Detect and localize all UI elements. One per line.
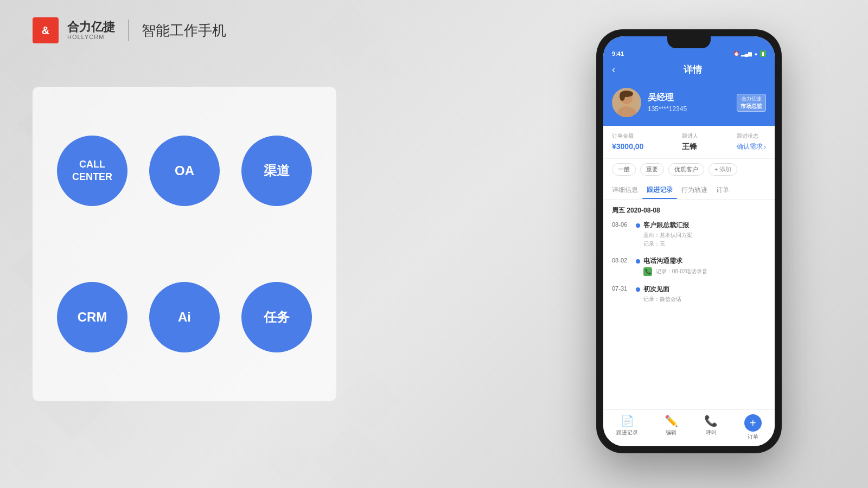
- bottom-nav-order[interactable]: + 订单: [744, 414, 762, 441]
- app-call-center[interactable]: CALLCENTER: [57, 136, 127, 206]
- status-label: 跟进状态: [737, 132, 766, 140]
- edit-label: 编辑: [666, 429, 676, 436]
- signal-icon: ▂▄▆: [741, 51, 752, 56]
- logo-symbol: &: [42, 24, 49, 37]
- logo-text: 合力亿捷 HOLLYCRM: [67, 21, 115, 40]
- profile-info: 吴经理 135****12345: [648, 92, 730, 113]
- header-divider: [128, 20, 129, 41]
- timeline-item-2: 08-02 电话沟通需求 📞 记录：08-02电话录音: [612, 256, 766, 276]
- timeline-content-1: 客户跟总裁汇报 意向：基本认同方案 记录：无: [636, 221, 766, 248]
- timeline-title-3: 初次见面: [643, 285, 669, 294]
- screen-content: 9:41 ⏰ ▂▄▆ ▲ ▮ ‹ 详情: [603, 36, 775, 446]
- battery-icon: ▮: [760, 50, 766, 57]
- phone-screen: 9:41 ⏰ ▂▄▆ ▲ ▮ ‹ 详情: [603, 36, 775, 446]
- timeline-item-3: 07-31 初次见面 记录：微信会话: [612, 285, 766, 303]
- app-oa-label: OA: [175, 162, 194, 179]
- badge-company: 合力亿捷: [741, 95, 762, 102]
- tags-row: 一般 重要 优质客户 + 添加: [603, 158, 775, 180]
- tab-order[interactable]: 订单: [712, 180, 733, 199]
- app-task-label: 任务: [264, 309, 290, 325]
- timeline-sub-2: 📞 记录：08-02电话录音: [643, 267, 766, 276]
- track-icon: 📄: [621, 414, 634, 427]
- bottom-nav-edit[interactable]: ✏️ 编辑: [665, 414, 678, 441]
- wifi-icon: ▲: [754, 51, 758, 56]
- chevron-right-icon: ›: [764, 143, 766, 151]
- timeline-sub-1b: 记录：无: [643, 240, 766, 248]
- call-label: 呼叫: [706, 429, 717, 436]
- back-button[interactable]: ‹: [612, 64, 615, 75]
- logo-icon: &: [33, 17, 59, 43]
- avatar: [612, 88, 641, 117]
- amount-label: 订单金额: [612, 132, 643, 140]
- timeline-dot-1: [636, 223, 640, 228]
- timeline: 周五 2020-08-08 08-06 客户跟总裁汇报 意向：基本认同方案 记录…: [603, 200, 775, 409]
- status-item: 跟进状态 确认需求 ›: [737, 132, 766, 152]
- app-task[interactable]: 任务: [241, 282, 312, 352]
- app-oa[interactable]: OA: [149, 136, 220, 206]
- app-call-center-label: CALLCENTER: [72, 158, 112, 184]
- timeline-date-3: 07-31: [612, 285, 630, 303]
- phone-outer: 9:41 ⏰ ▂▄▆ ▲ ▮ ‹ 详情: [597, 30, 781, 453]
- tag-general[interactable]: 一般: [612, 163, 636, 176]
- follower-value: 王锋: [682, 142, 698, 152]
- app-header: ‹ 详情: [603, 59, 775, 82]
- bottom-nav: 📄 跟进记录 ✏️ 编辑 📞 呼叫 + 订单: [603, 409, 775, 446]
- order-label: 订单: [748, 433, 758, 441]
- info-card: 订单金额 ¥3000,00 跟进人 王锋 跟进状态 确认需求 ›: [603, 126, 775, 158]
- nav-tabs: 详细信息 跟进记录 行为轨迹 订单: [603, 180, 775, 200]
- logo-cn: 合力亿捷: [67, 21, 115, 34]
- app-channel-label: 渠道: [264, 162, 290, 179]
- profile-name: 吴经理: [648, 92, 730, 104]
- header-title: 智能工作手机: [142, 21, 226, 40]
- timeline-content-2: 电话沟通需求 📞 记录：08-02电话录音: [636, 256, 766, 276]
- tab-behavior[interactable]: 行为轨迹: [677, 180, 712, 199]
- timeline-date-2: 08-02: [612, 256, 630, 276]
- profile-badge: 合力亿捷 市场总监: [737, 94, 766, 112]
- follower-item: 跟进人 王锋: [682, 132, 698, 152]
- timeline-title-1: 客户跟总裁汇报: [643, 221, 689, 230]
- tab-followup[interactable]: 跟进记录: [642, 180, 677, 199]
- timeline-dot-2: [636, 259, 640, 264]
- tag-important[interactable]: 重要: [640, 163, 664, 176]
- alarm-icon: ⏰: [733, 51, 739, 56]
- amount-value: ¥3000,00: [612, 142, 643, 151]
- timeline-content-3: 初次见面 记录：微信会话: [636, 285, 766, 303]
- bottom-nav-call[interactable]: 📞 呼叫: [704, 414, 718, 441]
- svg-point-0: [616, 106, 637, 117]
- status-icons: ⏰ ▂▄▆ ▲ ▮: [733, 50, 766, 57]
- call-icon: 📞: [704, 414, 718, 427]
- status-value[interactable]: 确认需求 ›: [737, 142, 766, 151]
- header: & 合力亿捷 HOLLYCRM 智能工作手机: [33, 17, 226, 43]
- profile-section: 吴经理 135****12345 合力亿捷 市场总监: [603, 82, 775, 126]
- app-ai-label: Ai: [178, 309, 191, 325]
- timeline-title-2: 电话沟通需求: [643, 256, 682, 266]
- phone-mockup: 9:41 ⏰ ▂▄▆ ▲ ▮ ‹ 详情: [597, 30, 781, 453]
- screen-title: 详情: [620, 63, 766, 76]
- tab-details[interactable]: 详细信息: [608, 180, 642, 199]
- timeline-sub-1a: 意向：基本认同方案: [643, 232, 766, 239]
- timeline-sub-3: 记录：微信会话: [643, 296, 766, 303]
- app-crm-label: CRM: [78, 309, 107, 325]
- svg-point-4: [620, 92, 625, 101]
- phone-record-icon: 📞: [643, 267, 652, 276]
- profile-phone: 135****12345: [648, 105, 730, 113]
- tag-quality[interactable]: 优质客户: [668, 163, 704, 176]
- app-ai[interactable]: Ai: [149, 282, 220, 352]
- timeline-date-1: 08-06: [612, 221, 630, 248]
- phone-notch: [667, 36, 711, 48]
- app-channel[interactable]: 渠道: [241, 136, 312, 206]
- avatar-svg: [612, 88, 641, 117]
- logo-en: HOLLYCRM: [67, 34, 115, 40]
- order-amount-item: 订单金额 ¥3000,00: [612, 132, 643, 152]
- bottom-nav-track[interactable]: 📄 跟进记录: [616, 414, 638, 441]
- timeline-date-header: 周五 2020-08-08: [612, 206, 766, 215]
- follower-label: 跟进人: [682, 132, 698, 140]
- status-time: 9:41: [612, 50, 624, 57]
- tag-add[interactable]: + 添加: [709, 163, 737, 176]
- track-label: 跟进记录: [616, 429, 638, 436]
- app-crm[interactable]: CRM: [57, 282, 127, 352]
- timeline-dot-3: [636, 287, 640, 292]
- edit-icon: ✏️: [665, 414, 678, 427]
- add-order-icon: +: [744, 414, 762, 432]
- badge-role: 市场总监: [741, 102, 762, 110]
